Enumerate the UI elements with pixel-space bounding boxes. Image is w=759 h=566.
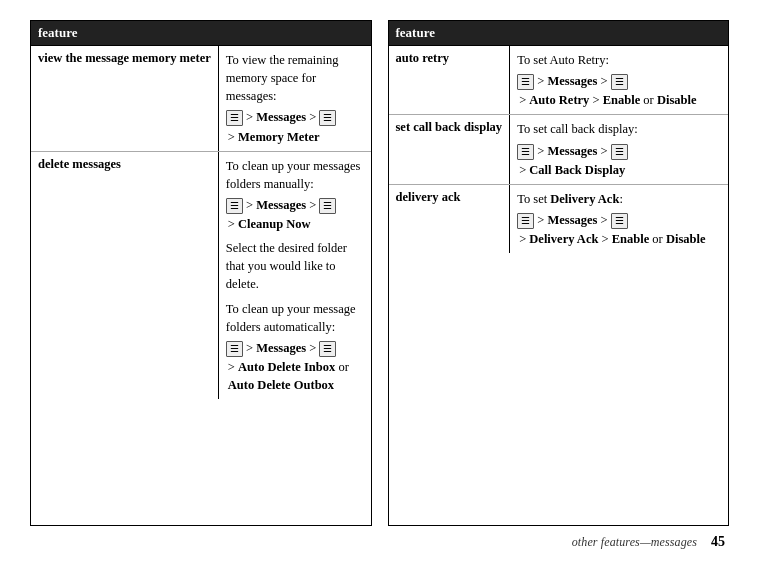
menu-icon4: ☰ bbox=[319, 341, 336, 357]
step-mid: > Messages > bbox=[537, 144, 611, 158]
auto-delete-inbox-bold: Auto Delete Inbox bbox=[238, 360, 335, 374]
left-table-header: feature bbox=[31, 21, 371, 46]
cleanup-now-bold: Cleanup Now bbox=[238, 217, 311, 231]
step-line: ☰ > Messages > ☰ bbox=[226, 108, 364, 126]
messages-bold: Messages bbox=[547, 74, 597, 88]
delivery-ack-bold: Delivery Ack bbox=[529, 232, 598, 246]
right-table-header: feature bbox=[389, 21, 729, 46]
feature-content: To set Delivery Ack: ☰ > Messages > ☰ > … bbox=[510, 184, 728, 253]
footer-row: other features—messages 45 bbox=[30, 534, 729, 550]
step-line: ☰ > Messages > ☰ bbox=[226, 196, 364, 214]
indent-line: > Call Back Display bbox=[517, 161, 721, 179]
messages-bold: Messages bbox=[547, 144, 597, 158]
cell-content: To set Auto Retry: ☰ > Messages > ☰ > Au… bbox=[517, 51, 721, 109]
call-back-display-bold: Call Back Display bbox=[529, 163, 625, 177]
menu-icon: ☰ bbox=[517, 144, 534, 160]
messages-bold: Messages bbox=[256, 110, 306, 124]
indent-line: > Auto Retry > Enable or Disable bbox=[517, 91, 721, 109]
indent-line2: > Auto Delete Inbox or Auto Delete Outbo… bbox=[226, 358, 364, 394]
table-row: auto retry To set Auto Retry: ☰ > Messag… bbox=[389, 46, 729, 115]
indent-line: > Cleanup Now bbox=[226, 215, 364, 233]
menu-icon2: ☰ bbox=[611, 144, 628, 160]
menu-icon: ☰ bbox=[226, 198, 243, 214]
tables-row: feature view the message memory meter To… bbox=[30, 20, 729, 526]
feature-label: delivery ack bbox=[389, 184, 510, 253]
step-mid: > Messages > bbox=[246, 198, 320, 212]
step-line2: ☰ > Messages > ☰ bbox=[226, 339, 364, 357]
cell-content: To view the remaining memory space for m… bbox=[226, 51, 364, 146]
para-text: Select the desired folder that you would… bbox=[226, 239, 364, 293]
step-line: ☰ > Messages > ☰ bbox=[517, 211, 721, 229]
right-table: feature auto retry To set Auto Retry: ☰ bbox=[389, 21, 729, 253]
cell-content: To set Delivery Ack: ☰ > Messages > ☰ > … bbox=[517, 190, 721, 248]
auto-retry-bold: Auto Retry bbox=[529, 93, 589, 107]
feature-label: set call back display bbox=[389, 115, 510, 184]
table-row: delete messages To clean up your message… bbox=[31, 151, 371, 399]
indent-line: > Delivery Ack > Enable or Disable bbox=[517, 230, 721, 248]
footer-text: other features—messages bbox=[572, 535, 697, 550]
memory-meter-bold: Memory Meter bbox=[238, 130, 320, 144]
messages-bold: Messages bbox=[256, 198, 306, 212]
auto-delete-outbox-bold: Auto Delete Outbox bbox=[228, 378, 334, 392]
feature-content: To set call back display: ☰ > Messages >… bbox=[510, 115, 728, 184]
feature-label: auto retry bbox=[389, 46, 510, 115]
menu-icon3: ☰ bbox=[226, 341, 243, 357]
desc-text: To set Delivery Ack: bbox=[517, 192, 623, 206]
step-line: ☰ > Messages > ☰ bbox=[517, 72, 721, 90]
left-table: feature view the message memory meter To… bbox=[31, 21, 371, 399]
feature-label: delete messages bbox=[31, 151, 218, 399]
feature-content: To set Auto Retry: ☰ > Messages > ☰ > Au… bbox=[510, 46, 728, 115]
disable-bold: Disable bbox=[657, 93, 697, 107]
para-text2: To clean up your message folders automat… bbox=[226, 300, 364, 336]
menu-icon2: ☰ bbox=[319, 198, 336, 214]
cell-content: To set call back display: ☰ > Messages >… bbox=[517, 120, 721, 178]
page-number: 45 bbox=[711, 534, 725, 550]
menu-icon2: ☰ bbox=[611, 213, 628, 229]
menu-icon: ☰ bbox=[517, 74, 534, 90]
enable-bold2: Enable bbox=[612, 232, 650, 246]
indent-line: > Memory Meter bbox=[226, 128, 364, 146]
desc-text: To set call back display: bbox=[517, 122, 638, 136]
desc-text: To view the remaining memory space for m… bbox=[226, 53, 339, 103]
menu-icon: ☰ bbox=[226, 110, 243, 126]
delivery-ack-inline-bold: Delivery Ack bbox=[550, 192, 619, 206]
menu-icon2: ☰ bbox=[611, 74, 628, 90]
feature-content: To view the remaining memory space for m… bbox=[218, 46, 370, 152]
enable-bold: Enable bbox=[603, 93, 641, 107]
step-mid: > Messages > bbox=[246, 110, 320, 124]
feature-content: To clean up your messages folders manual… bbox=[218, 151, 370, 399]
desc-text: To clean up your messages folders manual… bbox=[226, 159, 361, 191]
step-line: ☰ > Messages > ☰ bbox=[517, 142, 721, 160]
cell-content: To clean up your messages folders manual… bbox=[226, 157, 364, 395]
table-row: set call back display To set call back d… bbox=[389, 115, 729, 184]
right-table-wrap: feature auto retry To set Auto Retry: ☰ bbox=[388, 20, 730, 526]
page-container: feature view the message memory meter To… bbox=[0, 0, 759, 566]
step-mid2: > Messages > bbox=[246, 341, 320, 355]
table-row: delivery ack To set Delivery Ack: ☰ > Me… bbox=[389, 184, 729, 253]
messages-bold: Messages bbox=[547, 213, 597, 227]
menu-icon2: ☰ bbox=[319, 110, 336, 126]
step-mid: > Messages > bbox=[537, 213, 611, 227]
desc-text: To set Auto Retry: bbox=[517, 53, 609, 67]
menu-icon: ☰ bbox=[517, 213, 534, 229]
messages-bold2: Messages bbox=[256, 341, 306, 355]
left-table-wrap: feature view the message memory meter To… bbox=[30, 20, 372, 526]
table-row: view the message memory meter To view th… bbox=[31, 46, 371, 152]
feature-label: view the message memory meter bbox=[31, 46, 218, 152]
step-mid: > Messages > bbox=[537, 74, 611, 88]
disable-bold2: Disable bbox=[666, 232, 706, 246]
